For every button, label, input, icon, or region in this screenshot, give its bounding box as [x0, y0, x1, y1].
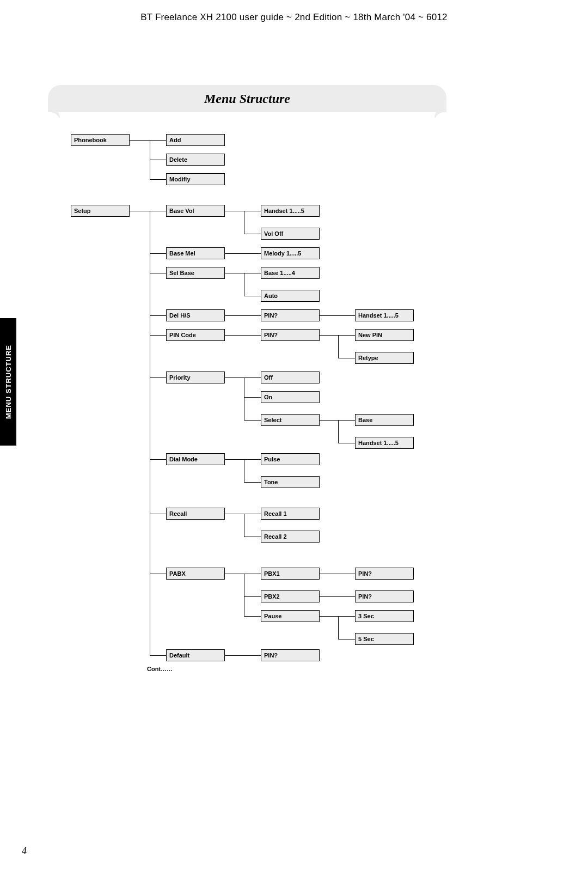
connector	[225, 253, 261, 254]
box-pin-d: PIN?	[355, 590, 414, 602]
box-tone: Tone	[261, 476, 320, 488]
side-tab-label: MENU STRUCTURE	[4, 345, 13, 419]
box-dial-mode: Dial Mode	[166, 453, 225, 465]
box-base-vol: Base Vol	[166, 205, 225, 217]
box-on: On	[261, 391, 320, 403]
banner-curve-right	[434, 112, 446, 122]
connector	[338, 335, 339, 358]
connector	[150, 459, 166, 460]
box-retype: Retype	[355, 352, 414, 364]
cont-label: Cont……	[147, 666, 173, 672]
connector	[338, 616, 355, 617]
connector	[150, 179, 166, 180]
box-pabx: PABX	[166, 568, 225, 580]
box-delete: Delete	[166, 154, 225, 166]
connector	[150, 574, 166, 574]
box-priority: Priority	[166, 371, 225, 383]
connector	[150, 140, 166, 141]
connector	[320, 335, 338, 336]
connector	[225, 377, 244, 378]
connector	[150, 655, 166, 656]
box-sel-base: Sel Base	[166, 267, 225, 279]
connector	[244, 273, 244, 296]
connector	[130, 211, 150, 211]
connector	[225, 514, 244, 514]
box-base14: Base 1.....4	[261, 267, 320, 279]
box-melody15: Melody 1.....5	[261, 247, 320, 259]
box-recall2: Recall 2	[261, 531, 320, 543]
box-handset15-b: Handset 1.....5	[355, 309, 414, 321]
connector	[244, 596, 261, 597]
box-pin-b: PIN?	[261, 329, 320, 341]
connector	[150, 514, 166, 514]
connector	[225, 574, 244, 574]
connector	[244, 459, 261, 460]
connector	[320, 315, 355, 316]
box-handset15-a: Handset 1.....5	[261, 205, 320, 217]
box-pulse: Pulse	[261, 453, 320, 465]
box-pin-c: PIN?	[355, 568, 414, 580]
box-off: Off	[261, 371, 320, 383]
connector	[338, 616, 339, 639]
connector	[150, 253, 166, 254]
connector	[338, 358, 355, 358]
box-pause: Pause	[261, 610, 320, 622]
header-text: BT Freelance XH 2100 user guide ~ 2nd Ed…	[0, 12, 588, 23]
banner-curve-left	[48, 112, 60, 122]
connector	[244, 211, 244, 234]
box-pbx1: PBX1	[261, 568, 320, 580]
connector	[150, 160, 166, 160]
title-banner: Menu Structure	[48, 85, 446, 112]
connector	[338, 335, 355, 336]
connector	[150, 211, 166, 211]
box-new-pin: New PIN	[355, 329, 414, 341]
box-phonebook: Phonebook	[71, 134, 130, 146]
box-pbx2: PBX2	[261, 590, 320, 602]
box-default: Default	[166, 649, 225, 661]
connector	[244, 420, 261, 421]
connector	[244, 459, 244, 482]
connector	[244, 574, 244, 616]
box-select: Select	[261, 414, 320, 426]
side-tab: MENU STRUCTURE	[0, 318, 16, 446]
connector	[244, 273, 261, 273]
box-add: Add	[166, 134, 225, 146]
box-recall1: Recall 1	[261, 508, 320, 520]
connector	[244, 616, 261, 617]
page-title: Menu Structure	[204, 92, 290, 106]
box-vol-off: Vol Off	[261, 228, 320, 240]
connector	[320, 616, 338, 617]
connector	[225, 315, 261, 316]
connector	[244, 537, 261, 537]
connector	[244, 574, 261, 574]
box-5sec: 5 Sec	[355, 633, 414, 645]
connector	[244, 514, 261, 514]
connector	[320, 420, 338, 421]
connector	[130, 140, 150, 141]
connector	[338, 420, 355, 421]
connector	[150, 273, 166, 273]
box-3sec: 3 Sec	[355, 610, 414, 622]
page-number: 4	[22, 845, 27, 857]
box-base: Base	[355, 414, 414, 426]
box-setup: Setup	[71, 205, 130, 217]
connector	[338, 420, 339, 443]
connector	[225, 459, 244, 460]
connector	[244, 514, 244, 537]
connector	[225, 655, 261, 656]
connector	[320, 574, 355, 574]
connector	[225, 211, 244, 211]
connector	[150, 315, 166, 316]
connector	[225, 335, 261, 336]
box-handset15-c: Handset 1.....5	[355, 437, 414, 449]
box-pin-code: PIN Code	[166, 329, 225, 341]
connector	[244, 482, 261, 483]
connector	[244, 234, 261, 234]
connector	[338, 443, 355, 443]
connector	[244, 377, 261, 378]
connector	[150, 377, 166, 378]
box-del-hs: Del H/S	[166, 309, 225, 321]
connector	[244, 397, 261, 398]
box-pin-a: PIN?	[261, 309, 320, 321]
box-recall: Recall	[166, 508, 225, 520]
